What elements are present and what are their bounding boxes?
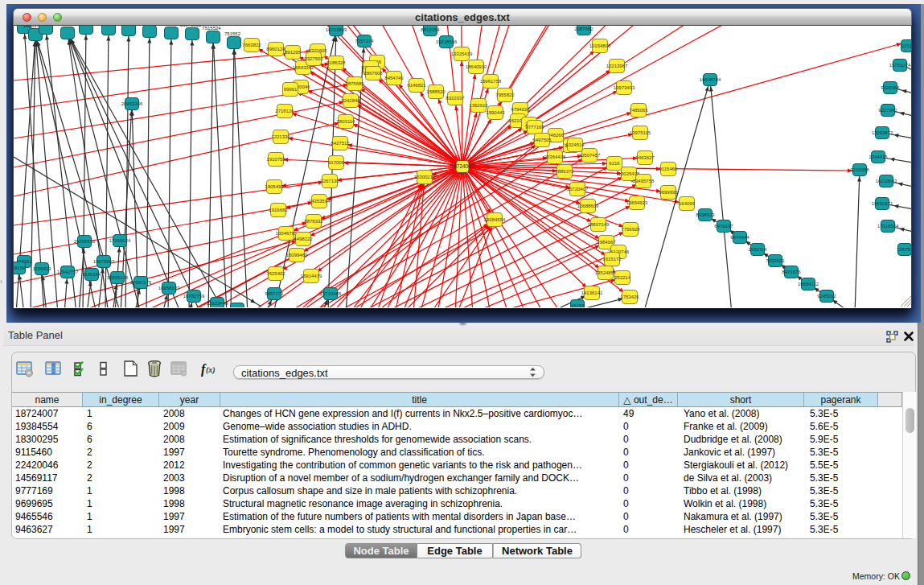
svg-text:19975867: 19975867 [93,259,115,264]
svg-text:10719155: 10719155 [159,26,181,27]
svg-text:2933114: 2933114 [749,247,768,252]
svg-text:18640910: 18640910 [466,64,487,69]
svg-text:1221330: 1221330 [271,134,290,139]
svg-text:18724007: 18724007 [451,163,474,169]
svg-text:7955822: 7955822 [495,93,515,97]
svg-text:7515524: 7515524 [202,26,221,31]
svg-text:3267130: 3267130 [320,179,339,183]
svg-text:6479197: 6479197 [714,224,733,229]
svg-text:164095: 164095 [679,201,696,206]
svg-text:15692971: 15692971 [872,201,893,206]
svg-text:16033809: 16033809 [326,27,347,32]
svg-text:17359924: 17359924 [109,238,131,243]
svg-text:10688609: 10688609 [577,204,599,208]
svg-text:20364436: 20364436 [544,154,566,159]
svg-text:9329966: 9329966 [881,85,900,90]
svg-text:12942757: 12942757 [57,270,79,274]
svg-text:15720407: 15720407 [567,187,589,192]
svg-text:16914479: 16914479 [301,274,322,278]
svg-text:16782759: 16782759 [183,294,205,299]
svg-text:10507457: 10507457 [579,153,601,158]
svg-text:8427512: 8427512 [331,141,350,146]
svg-text:8878332: 8878332 [304,219,323,224]
svg-text:13325419: 13325419 [451,51,473,56]
svg-text:1753426: 1753426 [620,295,639,299]
svg-text:19384554: 19384554 [484,217,506,222]
svg-text:2803114: 2803114 [337,119,356,124]
svg-text:2718126: 2718126 [275,109,294,113]
svg-text:10973493: 10973493 [614,85,635,90]
svg-text:14353594: 14353594 [309,199,331,204]
svg-text:3875685: 3875685 [345,81,364,86]
svg-text:12213967: 12213967 [606,64,628,68]
svg-text:19218506: 19218506 [436,39,458,44]
svg-text:917006: 917006 [328,160,345,165]
svg-text:9327503: 9327503 [304,56,323,61]
svg-text:12093872: 12093872 [872,130,893,135]
svg-text:12923448: 12923448 [207,301,228,306]
svg-text:1244415: 1244415 [869,154,888,159]
svg-text:7756928: 7756928 [621,227,640,232]
svg-text:92450: 92450 [231,307,244,307]
svg-text:9474444: 9474444 [730,235,749,240]
svg-text:14136141: 14136141 [581,290,603,295]
svg-text:16961758: 16961758 [480,79,502,84]
svg-text:16648784: 16648784 [700,77,721,82]
svg-text:7632621: 7632621 [766,258,785,263]
svg-text:10046785: 10046785 [276,231,298,236]
svg-text:7625402: 7625402 [266,271,285,276]
svg-text:15300215: 15300215 [414,175,436,179]
svg-text:13524851: 13524851 [595,270,617,275]
svg-text:26206556: 26206556 [74,239,96,244]
svg-text:8938923: 8938923 [696,212,715,217]
svg-text:9463627: 9463627 [635,155,655,160]
svg-text:1910753: 1910753 [266,157,285,162]
svg-text:7357274: 7357274 [355,39,374,43]
svg-text:15751074: 15751074 [889,63,911,68]
svg-text:8454749: 8454749 [384,76,404,80]
svg-text:9857771: 9857771 [265,291,284,296]
svg-text:9245012: 9245012 [817,294,836,299]
svg-text:1990443: 1990443 [486,110,505,115]
svg-text:7663822: 7663822 [242,43,261,47]
svg-text:1362615: 1362615 [469,103,488,108]
svg-text:751552: 751552 [224,31,241,36]
svg-text:16671355: 16671355 [180,26,202,27]
svg-text:9699695: 9699695 [659,190,678,195]
svg-text:9146821: 9146821 [407,83,426,88]
svg-text:13495758: 13495758 [633,179,655,183]
svg-text:10154808: 10154808 [589,43,611,48]
svg-text:1615172: 1615172 [602,257,622,262]
svg-text:17957275: 17957275 [130,280,152,285]
svg-text:18807249: 18807249 [588,222,610,227]
svg-text:2087682: 2087682 [574,27,593,31]
svg-text:1588520: 1588520 [426,89,446,94]
svg-text:3215958: 3215958 [850,167,869,172]
svg-text:8813054: 8813054 [421,27,440,32]
svg-text:99961: 99961 [284,87,298,92]
svg-text:2867608: 2867608 [363,71,383,76]
svg-text:1905493: 1905493 [265,184,284,189]
svg-text:10958107: 10958107 [158,286,180,290]
svg-text:9777169: 9777169 [525,125,544,130]
svg-text:16099469: 16099469 [286,253,308,257]
svg-text:9227342: 9227342 [878,108,897,113]
svg-text:1024514: 1024514 [565,142,585,147]
svg-text:8471676: 8471676 [782,270,801,274]
svg-text:252214: 252214 [614,275,631,280]
svg-text:126753: 126753 [897,247,912,252]
svg-text:1916682: 1916682 [269,208,288,212]
svg-text:7485063: 7485063 [629,108,648,113]
svg-text:20953346: 20953346 [121,101,143,106]
svg-text:16210643: 16210643 [876,179,897,183]
svg-text:11510: 11510 [901,43,912,48]
svg-text:16254: 16254 [571,303,585,307]
svg-text:8322037: 8322037 [446,96,465,101]
svg-text:891295: 891295 [285,50,302,55]
svg-text:1156829: 1156829 [33,266,52,271]
svg-text:39154: 39154 [14,266,26,270]
svg-text:13654923: 13654923 [626,200,648,205]
svg-text:7886372: 7886372 [555,169,574,174]
svg-text:2984067: 2984067 [597,240,616,245]
svg-text:20691406: 20691406 [55,26,77,27]
